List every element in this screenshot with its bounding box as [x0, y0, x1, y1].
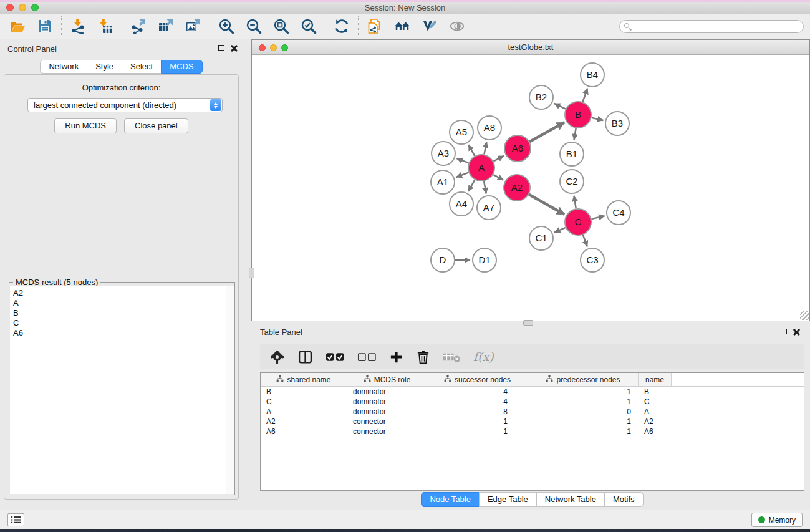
graphics-details-icon[interactable] [421, 17, 438, 35]
close-panel-button[interactable]: Close panel [124, 118, 188, 133]
table-cell[interactable]: dominator [347, 387, 427, 396]
table-cell[interactable]: C [639, 397, 672, 406]
table-cell[interactable]: B [639, 387, 672, 396]
run-mcds-button[interactable]: Run MCDS [54, 118, 117, 133]
mcds-result-item[interactable]: B [13, 308, 234, 318]
tab-node-table[interactable]: Node Table [421, 492, 480, 507]
table-cell[interactable]: 1 [427, 427, 528, 436]
tab-edge-table[interactable]: Edge Table [479, 492, 537, 507]
table-cell[interactable]: dominator [347, 407, 427, 416]
import-table-icon[interactable] [97, 17, 114, 35]
graph-node-A8[interactable]: A8 [478, 116, 501, 140]
show-hide-view-icon[interactable] [448, 17, 466, 35]
graph-node-A7[interactable]: A7 [477, 196, 501, 220]
graph-node-D1[interactable]: D1 [473, 248, 496, 272]
graph-edge-B-B1[interactable] [574, 128, 576, 140]
float-panel-icon[interactable] [218, 45, 224, 51]
graph-node-C2[interactable]: C2 [560, 170, 584, 193]
memory-button[interactable]: Memory [751, 513, 803, 527]
titlebar[interactable]: Session: New Session [0, 2, 810, 14]
search-input[interactable] [619, 20, 804, 33]
table-cell[interactable]: 1 [528, 387, 639, 396]
graph-node-B1[interactable]: B1 [560, 142, 584, 166]
graph-edge-A-A6[interactable] [493, 156, 504, 162]
graph-edge-A-A3[interactable] [457, 158, 469, 163]
table-cell[interactable]: A [261, 407, 347, 416]
graph-node-B3[interactable]: B3 [605, 112, 629, 135]
graph-node-A4[interactable]: A4 [450, 192, 473, 216]
table-cell[interactable]: 8 [427, 407, 528, 416]
table-row[interactable]: Bdominator41B [261, 387, 804, 397]
graph-edge-A-A1[interactable] [456, 173, 469, 177]
tab-select[interactable]: Select [122, 60, 162, 74]
export-image-icon[interactable] [185, 17, 202, 35]
table-row[interactable]: A2connector11A2 [261, 417, 804, 427]
table-cell[interactable]: 1 [528, 427, 639, 436]
save-session-icon[interactable] [36, 17, 54, 35]
table-cell[interactable]: 1 [427, 417, 528, 426]
table-cell[interactable]: connector [347, 417, 427, 426]
table-cell[interactable]: A [639, 407, 672, 416]
tab-mcds[interactable]: MCDS [161, 60, 202, 74]
table-cell[interactable]: C [261, 397, 347, 406]
table-cell[interactable]: A6 [639, 427, 672, 436]
graph-edge-C-C4[interactable] [591, 216, 604, 219]
apply-layout-icon[interactable] [333, 17, 350, 35]
graph-edge-A-A4[interactable] [468, 180, 475, 191]
graph-edge-B-B2[interactable] [554, 104, 566, 109]
home-icon[interactable] [393, 17, 411, 35]
graph-node-A[interactable]: A [468, 155, 494, 181]
table-cell[interactable]: 1 [528, 397, 639, 406]
graph-edge-C-C1[interactable] [554, 228, 566, 233]
open-file-icon[interactable] [9, 17, 26, 35]
graph-edge-B-B3[interactable] [592, 118, 604, 120]
zoom-selected-icon[interactable] [300, 17, 317, 35]
table-cell[interactable]: 1 [528, 417, 639, 426]
table-row[interactable]: Cdominator41C [261, 397, 804, 407]
graph-edge-C-C3[interactable] [583, 235, 587, 247]
mcds-result-item[interactable]: A2 [13, 288, 234, 298]
criterion-dropdown[interactable]: largest connected component (directed) [27, 98, 223, 112]
graph-edge-C-C2[interactable] [574, 196, 576, 209]
graph-edge-A-A8[interactable] [484, 142, 486, 155]
network-window-titlebar[interactable]: testGlobe.txt [252, 40, 809, 55]
zoom-window-button[interactable] [31, 4, 39, 11]
graph-node-D[interactable]: D [431, 248, 455, 272]
unselect-all-columns-icon[interactable] [357, 351, 377, 364]
graph-node-A3[interactable]: A3 [432, 142, 455, 165]
graph-node-B[interactable]: B [565, 102, 591, 128]
zoom-out-icon[interactable] [245, 17, 263, 35]
scrollbar-track[interactable] [226, 286, 234, 494]
graph-edge-B-B4[interactable] [582, 89, 587, 102]
table-cell[interactable]: A6 [261, 427, 347, 436]
graph-edge-A2-C[interactable] [529, 195, 564, 215]
graph-edge-A-A2[interactable] [493, 175, 503, 180]
graph-node-C[interactable]: C [565, 209, 591, 235]
graph-node-A1[interactable]: A1 [431, 170, 455, 194]
tab-motifs[interactable]: Motifs [604, 492, 644, 507]
table-cell[interactable]: B [261, 387, 347, 396]
graph-node-B4[interactable]: B4 [581, 63, 604, 87]
horizontal-split-handle[interactable] [523, 320, 533, 326]
table-cell[interactable]: A2 [261, 417, 347, 426]
delete-rows-icon[interactable] [416, 350, 430, 364]
column-header-successor-nodes[interactable]: successor nodes [427, 373, 528, 386]
network-close-button[interactable] [259, 44, 266, 51]
export-network-icon[interactable] [130, 17, 147, 35]
new-network-from-selection-icon[interactable] [366, 17, 383, 35]
zoom-in-icon[interactable] [218, 17, 235, 35]
table-cell[interactable]: A2 [639, 417, 672, 426]
graph-node-B2[interactable]: B2 [529, 85, 553, 109]
vertical-split-handle[interactable] [249, 268, 254, 278]
mcds-result-list[interactable]: A2ABCA6 [10, 286, 234, 494]
add-row-icon[interactable] [389, 350, 403, 364]
table-settings-icon[interactable] [269, 349, 285, 365]
import-network-icon[interactable] [69, 17, 87, 35]
close-window-button[interactable] [6, 4, 14, 11]
column-header-predecessor-nodes[interactable]: predecessor nodes [528, 373, 639, 386]
select-all-columns-icon[interactable] [325, 351, 345, 364]
table-cell[interactable]: 4 [427, 397, 528, 406]
graph-edge-A6-B[interactable] [529, 122, 564, 142]
float-table-panel-icon[interactable] [781, 329, 787, 334]
graph-node-C1[interactable]: C1 [529, 226, 553, 250]
